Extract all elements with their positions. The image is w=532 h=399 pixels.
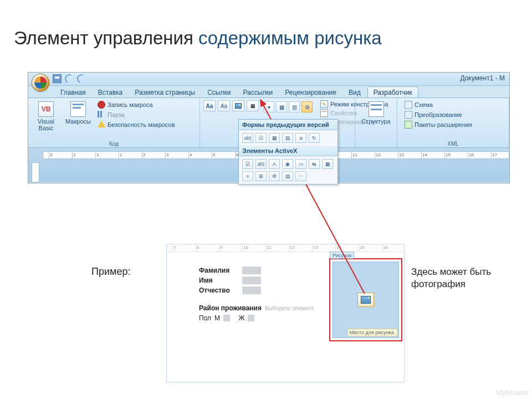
legacy-form-icon[interactable]: a <box>295 133 306 143</box>
expansion-packs-button[interactable]: Пакеты расширения <box>403 120 474 129</box>
picture-control-icon[interactable] <box>232 100 244 111</box>
sex-f-checkbox[interactable] <box>248 315 254 321</box>
district-field[interactable]: Выберите элемент. <box>265 305 314 311</box>
activex-icon[interactable]: ☑ <box>242 159 253 169</box>
group-code-label: Код <box>28 141 200 147</box>
activex-icon[interactable]: ab| <box>255 159 267 169</box>
slide-title: Элемент управления содержимым рисунка <box>14 28 382 49</box>
tab-layout[interactable]: Разметка страницы <box>129 87 201 98</box>
vertical-ruler <box>32 162 39 182</box>
bb-gallery-icon[interactable]: ▥ <box>289 101 300 112</box>
structure-button[interactable]: Структура <box>362 100 391 137</box>
schema-button[interactable]: Схема <box>403 100 474 109</box>
activex-icon[interactable]: ▦ <box>322 159 333 169</box>
group-xml-label: XML <box>397 141 509 147</box>
activex-icon[interactable]: ⚙ <box>269 171 280 181</box>
activex-icons-row: ☑ab|A◉▭⇆▦≡⊞⚙▤⋯ <box>239 156 337 184</box>
office-button[interactable] <box>32 74 49 91</box>
group-structure: Структура <box>355 98 397 147</box>
firstname-label: Имя <box>199 277 239 284</box>
plain-text-control-icon[interactable]: Aa <box>218 100 230 111</box>
activex-icon[interactable]: ⊞ <box>255 171 267 181</box>
redo-icon[interactable] <box>76 73 88 85</box>
group-xml: Схема Преобразование Пакеты расширения X… <box>397 98 509 147</box>
lastname-label: Фамилия <box>199 267 239 274</box>
quick-access-toolbar <box>53 74 86 83</box>
district-label: Район проживания <box>199 304 262 312</box>
picture-placeholder-tip: Место для рисунка. <box>347 329 397 336</box>
sex-m-checkbox[interactable] <box>223 315 230 321</box>
rich-text-control-icon[interactable]: Aa <box>203 100 216 111</box>
tab-mail[interactable]: Рассылки <box>237 87 278 98</box>
activex-icon[interactable]: A <box>269 159 280 169</box>
tab-view[interactable]: Вид <box>343 87 366 98</box>
example-ruler: 78910111213141516 <box>167 244 404 252</box>
save-icon[interactable] <box>53 74 62 83</box>
watermark: MyShared <box>496 389 529 397</box>
pause-macro-button[interactable]: Пауза <box>96 110 177 119</box>
photo-note: Здесь может быть фотография <box>411 266 500 290</box>
example-label: Пример: <box>91 266 130 278</box>
activex-icon[interactable]: ▭ <box>295 159 306 169</box>
firstname-field[interactable] <box>242 277 261 284</box>
lastname-field[interactable] <box>242 267 261 274</box>
patronymic-field[interactable] <box>242 287 261 294</box>
legacy-form-icon[interactable]: ↻ <box>309 133 320 143</box>
picture-control-body[interactable]: Место для рисунка. <box>332 262 399 338</box>
legacy-icons-row: ab|☑▦▤a↻ <box>239 130 337 146</box>
picture-content-control[interactable]: Рисунок Место для рисунка. <box>329 258 402 341</box>
legacy-form-icon[interactable]: ☑ <box>255 133 267 143</box>
visual-basic-button[interactable]: VB Visual Basic <box>32 100 60 137</box>
macros-button[interactable]: Макросы <box>64 100 93 137</box>
legacy-form-icon[interactable]: ▤ <box>282 133 293 143</box>
sex-f-label: Ж <box>238 314 244 322</box>
legacy-form-icon[interactable]: ▦ <box>269 133 280 143</box>
title-bar: Документ1 - M <box>28 73 509 86</box>
record-macro-button[interactable]: Запись макроса <box>96 100 177 109</box>
tab-developer[interactable]: Разработчик <box>367 86 418 98</box>
activex-header: Элементы ActiveX <box>239 146 337 156</box>
macro-security-button[interactable]: Безопасность макросов <box>96 120 177 129</box>
patronymic-label: Отчество <box>199 287 239 294</box>
group-code: VB Visual Basic Макросы Запись макроса П… <box>28 98 200 147</box>
date-control-icon[interactable]: ▦ <box>276 101 287 112</box>
dropdown-control-icon[interactable]: ▾ <box>263 101 274 112</box>
activex-icon[interactable]: ⇆ <box>309 159 320 169</box>
insert-picture-icon[interactable] <box>357 293 374 307</box>
activex-icon[interactable]: ⋯ <box>295 171 306 181</box>
document-title: Документ1 - M <box>460 74 505 82</box>
sex-m-label: М <box>214 314 220 322</box>
activex-icon[interactable]: ≡ <box>242 171 253 181</box>
legacy-tools-popup: Формы предыдущих версий ab|☑▦▤a↻ Элемент… <box>238 119 338 185</box>
transform-button[interactable]: Преобразование <box>403 110 474 119</box>
tab-refs[interactable]: Ссылки <box>202 87 236 98</box>
picture-control-tab: Рисунок <box>330 252 354 259</box>
legacy-form-icon[interactable]: ab| <box>242 133 253 143</box>
legacy-header: Формы предыдущих версий <box>239 120 337 130</box>
sex-label: Пол <box>199 314 211 322</box>
activex-icon[interactable]: ◉ <box>282 159 293 169</box>
activex-icon[interactable]: ▤ <box>282 171 293 181</box>
undo-icon[interactable] <box>64 73 75 85</box>
ribbon-tabs: Главная Вставка Разметка страницы Ссылки… <box>28 86 509 98</box>
combo-control-icon[interactable]: ▦ <box>247 100 259 111</box>
legacy-tools-icon[interactable]: ⚙ <box>301 101 313 112</box>
tab-home[interactable]: Главная <box>55 87 91 98</box>
tab-review[interactable]: Рецензирование <box>279 87 342 98</box>
tab-insert[interactable]: Вставка <box>93 87 129 98</box>
